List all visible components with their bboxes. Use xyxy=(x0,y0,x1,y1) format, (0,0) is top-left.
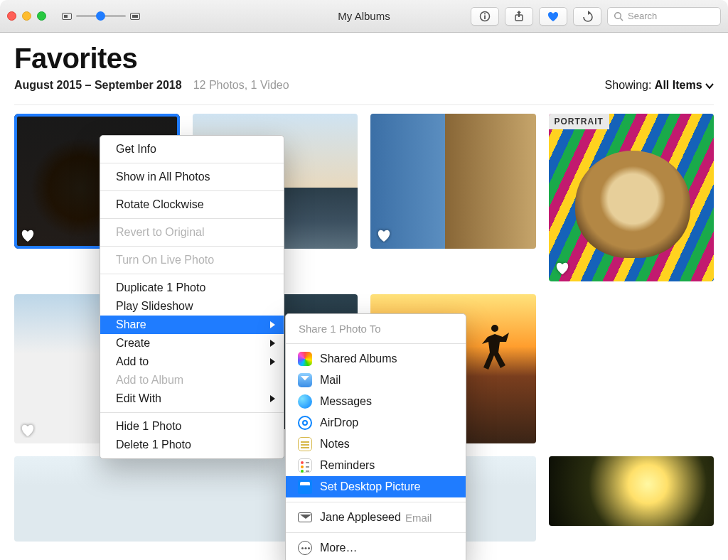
menu-separator xyxy=(100,218,284,219)
menu-item-share[interactable]: Share xyxy=(100,316,284,334)
submenu-arrow-icon xyxy=(270,358,275,365)
showing-filter[interactable]: Showing: All Items xyxy=(605,79,714,92)
menu-item-get-info[interactable]: Get Info xyxy=(100,140,284,158)
photo-thumbnail[interactable] xyxy=(549,456,714,526)
heart-icon xyxy=(547,11,560,22)
share-submenu: Share 1 Photo To Shared Albums Mail Mess… xyxy=(285,313,466,560)
menu-item-duplicate[interactable]: Duplicate 1 Photo xyxy=(100,279,284,297)
chevron-down-icon xyxy=(705,82,714,90)
page-title: Favorites xyxy=(14,43,714,75)
menu-item-play-slideshow[interactable]: Play Slideshow xyxy=(100,297,284,316)
context-menu: Get Info Show in All Photos Rotate Clock… xyxy=(100,135,284,459)
dog-illustration xyxy=(575,151,691,258)
item-count: 12 Photos, 1 Video xyxy=(193,79,289,92)
menu-item-turn-on-live-photo: Turn On Live Photo xyxy=(100,251,284,269)
share-icon xyxy=(513,10,525,23)
share-item-shared-albums[interactable]: Shared Albums xyxy=(286,348,466,370)
contact-email-suffix: Email xyxy=(405,512,432,524)
share-item-contact[interactable]: Jane Appleseed Email xyxy=(286,507,466,528)
favorite-button[interactable] xyxy=(539,7,567,26)
slider-knob[interactable] xyxy=(96,11,105,21)
minimize-window-button[interactable] xyxy=(22,11,31,21)
menu-item-hide[interactable]: Hide 1 Photo xyxy=(100,417,284,436)
svg-line-5 xyxy=(621,18,623,21)
thumbnail-large-icon xyxy=(130,13,140,20)
zoom-window-button[interactable] xyxy=(37,11,46,21)
submenu-arrow-icon xyxy=(270,321,275,328)
menu-item-delete[interactable]: Delete 1 Photo xyxy=(100,436,284,454)
notes-icon xyxy=(297,436,313,452)
share-item-airdrop[interactable]: AirDrop xyxy=(286,412,466,434)
share-item-reminders[interactable]: Reminders xyxy=(286,455,466,476)
info-button[interactable] xyxy=(471,7,499,26)
mail-icon xyxy=(297,372,313,388)
showing-label: Showing: xyxy=(605,79,652,91)
rotate-icon xyxy=(581,11,594,22)
menu-item-edit-with[interactable]: Edit With xyxy=(100,389,284,408)
menu-separator xyxy=(100,412,284,413)
info-icon xyxy=(479,11,491,22)
share-item-mail[interactable]: Mail xyxy=(286,370,466,391)
airdrop-icon xyxy=(297,415,313,431)
rotate-button[interactable] xyxy=(573,7,601,26)
menu-item-add-to[interactable]: Add to xyxy=(100,352,284,371)
submenu-header: Share 1 Photo To xyxy=(286,318,466,339)
portrait-badge: PORTRAIT xyxy=(549,114,609,129)
menu-separator xyxy=(286,532,466,533)
search-icon xyxy=(614,11,623,21)
messages-icon xyxy=(297,394,313,409)
menu-separator xyxy=(100,190,284,191)
menu-separator xyxy=(100,163,284,163)
window-controls xyxy=(7,11,46,21)
menu-item-show-in-all-photos[interactable]: Show in All Photos xyxy=(100,168,284,186)
desktop-icon xyxy=(297,479,313,495)
close-window-button[interactable] xyxy=(7,11,16,21)
more-icon xyxy=(297,540,313,556)
titlebar: My Albums Search xyxy=(0,0,728,33)
date-range: August 2015 – September 2018 xyxy=(14,79,182,92)
submenu-arrow-icon xyxy=(270,340,275,347)
header: Favorites August 2015 – September 2018 1… xyxy=(0,33,728,97)
menu-item-create[interactable]: Create xyxy=(100,334,284,352)
share-item-messages[interactable]: Messages xyxy=(286,391,466,412)
menu-separator xyxy=(100,246,284,247)
menu-separator xyxy=(286,502,466,502)
favorite-heart-icon xyxy=(20,422,36,438)
menu-separator xyxy=(100,274,284,274)
photo-thumbnail[interactable] xyxy=(370,114,536,249)
search-placeholder: Search xyxy=(628,11,657,21)
share-item-set-desktop-picture[interactable]: Set Desktop Picture xyxy=(286,476,466,497)
thumbnail-size-slider[interactable] xyxy=(62,13,140,20)
svg-point-4 xyxy=(615,12,621,18)
menu-separator xyxy=(286,343,466,344)
favorite-heart-icon xyxy=(376,227,392,243)
favorite-heart-icon xyxy=(555,260,570,276)
submenu-arrow-icon xyxy=(270,395,275,402)
svg-rect-1 xyxy=(484,15,486,19)
thumbnail-small-icon xyxy=(62,13,72,20)
menu-item-rotate-clockwise[interactable]: Rotate Clockwise xyxy=(100,195,284,214)
menu-item-add-to-album: Add to Album xyxy=(100,371,284,389)
share-item-notes[interactable]: Notes xyxy=(286,434,466,455)
search-field[interactable]: Search xyxy=(607,7,721,26)
svg-rect-2 xyxy=(484,13,486,14)
shared-albums-icon xyxy=(297,351,313,367)
photo-thumbnail[interactable]: PORTRAIT xyxy=(549,114,714,281)
person-silhouette xyxy=(481,321,509,371)
slider-track[interactable] xyxy=(76,15,126,17)
share-item-more[interactable]: More… xyxy=(286,537,466,559)
showing-value: All Items xyxy=(655,79,702,91)
favorite-heart-icon xyxy=(20,227,36,243)
menu-item-revert-to-original: Revert to Original xyxy=(100,223,284,242)
envelope-icon xyxy=(297,510,313,525)
reminders-icon xyxy=(297,458,313,473)
share-button[interactable] xyxy=(505,7,533,26)
